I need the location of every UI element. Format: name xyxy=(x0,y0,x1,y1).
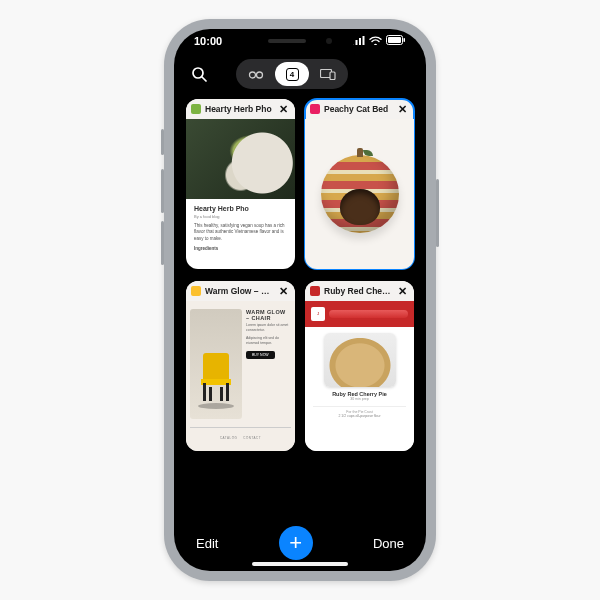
product-heading: WARM GLOW – CHAIR xyxy=(246,309,291,321)
tab-mode-switch: 4 xyxy=(236,59,348,89)
product-desc: Lorem ipsum dolor sit amet consectetur. xyxy=(246,323,291,333)
close-tab-button[interactable]: ✕ xyxy=(277,104,290,115)
recipe-byline: By a food blog xyxy=(194,214,287,219)
svg-rect-2 xyxy=(359,38,361,45)
wifi-icon xyxy=(369,35,382,47)
tabs-mode-button[interactable]: 4 xyxy=(275,62,309,86)
tab-header: Warm Glow – Cha ✕ xyxy=(186,281,295,301)
product-image xyxy=(321,155,399,233)
tab-title: Warm Glow – Cha xyxy=(205,286,273,296)
clock: 10:00 xyxy=(194,35,222,47)
close-tab-button[interactable]: ✕ xyxy=(396,104,409,115)
tabs-grid: Hearty Herb Pho ✕ Hearty Herb Pho By a f… xyxy=(174,89,426,523)
home-indicator[interactable] xyxy=(252,562,348,566)
svg-point-9 xyxy=(250,72,256,78)
site-banner: J xyxy=(305,301,414,327)
new-tab-button[interactable]: + xyxy=(279,526,313,560)
banner-bar xyxy=(329,310,408,318)
favicon xyxy=(191,104,201,114)
recipe-photo xyxy=(186,119,295,199)
tab-preview xyxy=(305,119,414,269)
favicon xyxy=(191,286,201,296)
speaker xyxy=(268,39,306,43)
recipe-photo xyxy=(324,333,396,387)
notch xyxy=(245,29,355,53)
search-button[interactable] xyxy=(186,61,212,87)
recipe-desc: This healthy, satisfying vegan soup has … xyxy=(194,223,287,242)
volume-down-button xyxy=(161,221,164,265)
recipe-line: 2 1/2 cups all-purpose flour xyxy=(338,414,380,418)
recipe-sub: 30 min prep xyxy=(350,397,368,401)
tab-title: Ruby Red Cherry xyxy=(324,286,392,296)
buy-button: BUY NOW xyxy=(246,351,275,359)
recipe-section: Ingredients xyxy=(194,246,287,252)
product-desc: Adipiscing elit sed do eiusmod tempor. xyxy=(246,336,291,346)
tab-card-pho[interactable]: Hearty Herb Pho ✕ Hearty Herb Pho By a f… xyxy=(186,99,295,269)
tab-title: Hearty Herb Pho xyxy=(205,104,273,114)
incognito-icon xyxy=(248,69,264,79)
tab-count: 4 xyxy=(286,68,299,81)
svg-rect-6 xyxy=(404,38,406,42)
product-photo xyxy=(190,309,242,419)
page-footer: CATALOG CONTACT xyxy=(190,427,291,447)
tab-preview: J Ruby Red Cherry Pie 30 min prep For th… xyxy=(305,301,414,451)
svg-point-10 xyxy=(257,72,263,78)
favicon xyxy=(310,286,320,296)
search-icon xyxy=(191,66,207,82)
tab-preview: WARM GLOW – CHAIR Lorem ipsum dolor sit … xyxy=(186,301,295,451)
done-button[interactable]: Done xyxy=(373,536,404,551)
tab-header: Ruby Red Cherry ✕ xyxy=(305,281,414,301)
edit-button[interactable]: Edit xyxy=(196,536,218,551)
devices-icon xyxy=(320,69,336,80)
svg-rect-1 xyxy=(356,40,358,45)
plus-icon: + xyxy=(289,532,302,554)
side-button xyxy=(161,129,164,155)
power-button xyxy=(436,179,439,247)
favicon xyxy=(310,104,320,114)
devices-mode-button[interactable] xyxy=(311,62,345,86)
tab-title: Peachy Cat Bed xyxy=(324,104,392,114)
private-mode-button[interactable] xyxy=(239,62,273,86)
front-camera xyxy=(326,38,332,44)
volume-up-button xyxy=(161,169,164,213)
svg-rect-12 xyxy=(330,72,335,80)
tab-preview: Hearty Herb Pho By a food blog This heal… xyxy=(186,119,295,269)
svg-rect-3 xyxy=(363,36,365,45)
tab-header: Hearty Herb Pho ✕ xyxy=(186,99,295,119)
phone-device: 10:00 4 xyxy=(164,19,436,581)
tab-card-catbed[interactable]: Peachy Cat Bed ✕ xyxy=(305,99,414,269)
svg-rect-5 xyxy=(388,37,401,43)
tab-header: Peachy Cat Bed ✕ xyxy=(305,99,414,119)
recipe-heading: Hearty Herb Pho xyxy=(194,205,287,212)
close-tab-button[interactable]: ✕ xyxy=(277,286,290,297)
svg-line-8 xyxy=(202,77,206,81)
screen: 10:00 4 xyxy=(174,29,426,571)
tab-card-pie[interactable]: Ruby Red Cherry ✕ J Ruby Red Cherry Pie … xyxy=(305,281,414,451)
battery-icon xyxy=(386,35,406,47)
tab-card-chair[interactable]: Warm Glow – Cha ✕ WARM GLOW – CHAIR xyxy=(186,281,295,451)
close-tab-button[interactable]: ✕ xyxy=(396,286,409,297)
site-logo: J xyxy=(311,307,325,321)
